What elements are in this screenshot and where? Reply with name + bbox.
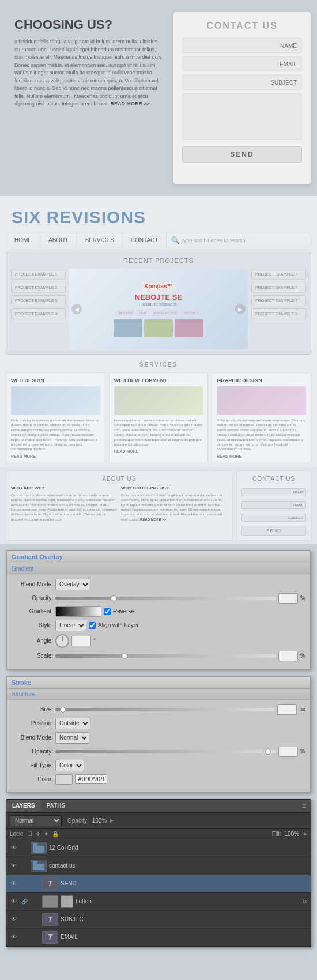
size-slider[interactable]	[55, 708, 275, 711]
angle-dial[interactable]	[55, 634, 69, 648]
stroke-opacity-slider[interactable]	[55, 750, 276, 753]
layer-name-subject: SUBJECT	[61, 916, 307, 922]
service-1-img	[11, 386, 100, 415]
service-1-read-more[interactable]: READ MORE	[11, 454, 100, 458]
layers-opacity-arrow[interactable]: ▶	[110, 818, 114, 823]
subject-input[interactable]	[182, 75, 302, 90]
layer-contact-us[interactable]: 👁 contact us	[6, 857, 311, 875]
fill-arrow[interactable]: ▶	[304, 831, 307, 836]
opacity-slider[interactable]	[55, 597, 276, 600]
scale-input[interactable]: 33	[278, 651, 298, 661]
project-1[interactable]: PROJECT EXAMPLE 1	[11, 269, 66, 280]
layer-eye-send[interactable]: 👁	[10, 880, 18, 888]
reverse-label: Reverse	[113, 608, 134, 615]
gradient-preview[interactable]	[55, 606, 101, 617]
reverse-checkbox[interactable]	[104, 608, 111, 615]
project-5[interactable]: PROJECT EXAMPLE 5	[251, 269, 306, 280]
service-1-text: Nulla quis ligula molestie dui blandit e…	[11, 418, 100, 452]
layers-tabs: LAYERS PATHS ≡	[6, 800, 311, 813]
service-2-read-more[interactable]: READ MORE	[114, 449, 203, 453]
layer-12col[interactable]: 👁 12 Col Grid	[6, 839, 311, 857]
who-text: Cum ac mauris, dictum vitae vestibulum a…	[11, 493, 118, 522]
stroke-section-label: Structure	[12, 691, 35, 698]
blend-mode-select[interactable]: Overlay	[55, 579, 90, 590]
position-select[interactable]: Outside	[55, 718, 90, 729]
why-read-more[interactable]: READ MORE >>	[140, 518, 166, 521]
send-button[interactable]: SEND	[182, 146, 302, 163]
layer-eye-subject[interactable]: 👁	[10, 915, 18, 924]
lock-icon-2[interactable]: ✛	[36, 831, 40, 837]
arrow-left[interactable]: ◀	[71, 304, 82, 314]
angle-input[interactable]: 90	[71, 636, 91, 646]
scale-thumb[interactable]	[122, 653, 127, 659]
size-unit: px	[299, 706, 305, 713]
nav-services[interactable]: SERVICES	[77, 233, 122, 247]
s-nav-4: PRONTY	[182, 310, 201, 316]
mini-send-button[interactable]: SEND	[241, 526, 306, 536]
service-3-read-more[interactable]: READ MORE	[217, 454, 306, 458]
layers-panel: LAYERS PATHS ≡ Normal Opacity: 100% ▶ Lo…	[6, 799, 311, 947]
mini-email-input[interactable]	[241, 501, 306, 509]
layers-mode-select[interactable]: Normal	[10, 815, 62, 826]
nav-home[interactable]: HOME	[6, 233, 40, 247]
gradient-section-label: Gradient	[12, 566, 33, 572]
size-row: Size: 1 px	[12, 704, 305, 715]
layer-name-send: SEND	[61, 880, 307, 887]
layer-send[interactable]: 👁 T SEND	[6, 875, 311, 893]
project-7[interactable]: PROJECT EXAMPLE 7	[251, 295, 306, 306]
scale-slider[interactable]	[55, 654, 276, 658]
layer-eye-email[interactable]: 👁	[10, 933, 18, 941]
stroke-title: Stroke	[7, 677, 310, 689]
read-more-link[interactable]: READ MORE >>	[111, 101, 150, 107]
project-8[interactable]: PROJECT EXAMPLE 8	[251, 308, 306, 319]
layers-lock-row: Lock: ☐ ✛ ✦ 🔒 Fill: 100% ▶	[6, 829, 311, 839]
about-contact-row: ABOUT US WHO ARE WE? Cum ac mauris, dict…	[0, 467, 317, 544]
project-2[interactable]: PROJECT EXAMPLE 2	[11, 282, 66, 293]
style-select[interactable]: Linear	[55, 620, 86, 631]
lock-icon-1[interactable]: ☐	[27, 831, 32, 837]
service-1-title: WEB DESIGN	[11, 378, 100, 383]
stroke-opacity-thumb[interactable]	[265, 749, 271, 755]
name-input[interactable]	[182, 38, 302, 53]
tab-paths[interactable]: PATHS	[41, 800, 71, 811]
projects-right: PROJECT EXAMPLE 5 PROJECT EXAMPLE 6 PROJ…	[251, 269, 306, 349]
layer-name-button: button	[76, 898, 300, 904]
mini-subject-input[interactable]	[241, 514, 306, 522]
nav-contact[interactable]: CONTACT	[123, 233, 167, 247]
layer-eye-contact-us[interactable]: 👁	[10, 862, 18, 870]
opacity-thumb[interactable]	[111, 595, 116, 601]
stroke-blend-select[interactable]: Normal	[55, 732, 89, 744]
lock-icon-3[interactable]: ✦	[44, 831, 48, 837]
layer-link-contact-us	[20, 862, 28, 870]
arrow-right[interactable]: ▶	[235, 304, 246, 314]
layer-email[interactable]: 👁 T EMAIL	[6, 929, 311, 947]
gradient-overlay-title: Gradient Overlay	[7, 551, 310, 563]
layer-eye-12col[interactable]: 👁	[10, 844, 18, 852]
align-layer-checkbox[interactable]	[89, 622, 96, 629]
layers-menu-icon[interactable]: ≡	[297, 800, 311, 812]
scale-unit: %	[300, 653, 305, 659]
lock-icon-4[interactable]: 🔒	[52, 831, 59, 837]
mini-name-input[interactable]	[241, 488, 306, 496]
layer-subject[interactable]: 👁 T SUBJECT	[6, 911, 311, 929]
stroke-opacity-input[interactable]: 100	[278, 747, 298, 757]
gradient-label: Gradient:	[12, 608, 53, 615]
choosing-us-title: CHOOSING US?	[14, 17, 164, 32]
layer-eye-button[interactable]: 👁	[10, 898, 18, 906]
nav-about[interactable]: ABOUT	[40, 233, 77, 247]
project-4[interactable]: PROJECT EXAMPLE 4	[11, 308, 66, 319]
layer-button[interactable]: 👁 🔗 button fx	[6, 893, 311, 911]
size-input[interactable]: 1	[277, 704, 297, 715]
fill-type-select[interactable]: Color	[55, 760, 84, 771]
stroke-blend-label: Blend Mode:	[12, 734, 53, 741]
project-3[interactable]: PROJECT EXAMPLE 3	[11, 295, 66, 306]
message-textarea[interactable]	[182, 93, 302, 140]
center-screenshot: Kompas™ NEBOJTE SE italait de ceptitarit…	[69, 269, 248, 349]
project-6[interactable]: PROJECT EXAMPLE 6	[251, 282, 306, 293]
tab-layers[interactable]: LAYERS	[6, 800, 41, 811]
size-thumb[interactable]	[60, 707, 66, 713]
opacity-input[interactable]: 30	[278, 593, 298, 604]
email-input[interactable]	[182, 56, 302, 71]
s-nav-2: TEM	[137, 310, 149, 316]
color-swatch[interactable]	[55, 774, 73, 785]
